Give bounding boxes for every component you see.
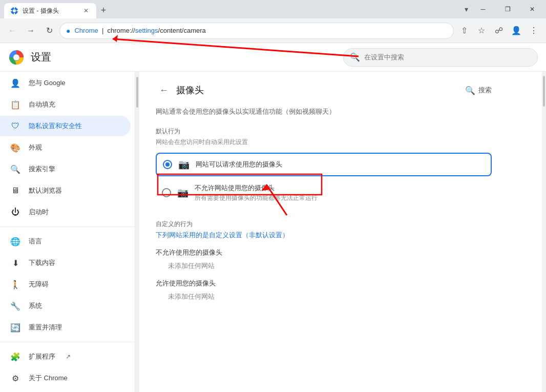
page-search[interactable]: 🔍 搜索 xyxy=(465,86,492,95)
refresh-button[interactable]: ↻ xyxy=(41,23,57,39)
deny-camera-sublabel: 所有需要使用摄像头的功能都将无法正常运行 xyxy=(195,194,486,202)
default-section-title: 默认行为 xyxy=(156,127,492,136)
tab-close-button[interactable]: ✕ xyxy=(82,7,90,15)
sidebar-item-accessibility[interactable]: 🚶 无障碍 xyxy=(0,274,131,295)
startup-icon: ⏻ xyxy=(10,207,20,217)
page-header-left: ← 摄像头 xyxy=(156,82,204,98)
deny-camera-label: 不允许网站使用您的摄像头 xyxy=(195,183,486,193)
lock-icon: ● xyxy=(66,27,70,35)
settings-title: 设置 xyxy=(31,50,51,64)
back-button: ← xyxy=(4,23,20,39)
sidebar-label-startup: 启动时 xyxy=(29,208,49,217)
sidebar-item-autofill[interactable]: 📋 自动填充 xyxy=(0,94,131,115)
sidebar-scrollbar-thumb xyxy=(136,77,138,108)
right-scrollbar[interactable] xyxy=(542,72,546,392)
search-icon: 🔍 xyxy=(10,164,20,174)
camera-icon-allow: 📷 xyxy=(178,159,190,170)
sidebar-label-about: 关于 Chrome xyxy=(29,374,68,383)
sidebar-item-extensions[interactable]: 🧩 扩展程序 ↗ xyxy=(0,346,131,367)
share-button[interactable]: ⇧ xyxy=(456,23,472,39)
page-back-button[interactable]: ← xyxy=(156,82,172,98)
allow-empty-text: 未添加任何网站 xyxy=(156,292,492,301)
deny-camera-option[interactable]: 📷 不允许网站使用您的摄像头 所有需要使用摄像头的功能都将无法正常运行 xyxy=(156,178,492,208)
sidebar-label-appearance: 外观 xyxy=(29,143,42,152)
new-tab-button[interactable]: + xyxy=(96,3,111,17)
address-suffix: /content/camera xyxy=(158,27,206,34)
camera-description: 网站通常会使用您的摄像头以实现通信功能（例如视频聊天） xyxy=(156,107,492,117)
sidebar-divider-2 xyxy=(0,342,135,342)
sidebar-item-about[interactable]: ⚙ 关于 Chrome xyxy=(0,368,131,388)
navigation-toolbar: ← → ↻ ● Chrome | chrome://settings/conte… xyxy=(0,18,546,43)
address-bar[interactable]: ● Chrome | chrome://settings/content/cam… xyxy=(59,23,454,39)
minimize-button[interactable]: ─ xyxy=(471,0,495,18)
sidebar-item-browser[interactable]: 🖥 默认浏览器 xyxy=(0,180,131,201)
sidebar-label-privacy: 隐私设置和安全性 xyxy=(29,121,82,131)
bookmark-button[interactable]: ☆ xyxy=(473,23,490,39)
person-icon: 👤 xyxy=(10,78,20,88)
menu-button[interactable]: ⋮ xyxy=(526,23,542,39)
window-controls: ─ ❐ ✕ xyxy=(471,0,546,18)
close-window-button[interactable]: ✕ xyxy=(520,0,544,18)
profile-button[interactable]: 👤 xyxy=(508,23,524,39)
settings-search-box[interactable]: 🔍 xyxy=(343,48,538,67)
shield-icon: 🛡 xyxy=(10,121,20,131)
sidebar-item-downloads[interactable]: ⬇ 下载内容 xyxy=(0,253,131,273)
extensions-icon: 🧩 xyxy=(10,352,20,362)
main-content: ← 摄像头 🔍 搜索 网站通常会使用您的摄像头以实现通信功能（例如视频聊天） 默… xyxy=(139,72,542,392)
chrome-brand: Chrome xyxy=(74,27,98,34)
allow-camera-option[interactable]: 📷 网站可以请求使用您的摄像头 xyxy=(156,153,492,176)
sidebar-item-reset[interactable]: 🔄 重置并清理 xyxy=(0,317,131,338)
custom-section-sub: 下列网站采用的是自定义设置（非默认设置） xyxy=(156,231,492,240)
default-section-sub: 网站会在您访问时自动采用此设置 xyxy=(156,138,492,147)
page-search-label: 搜索 xyxy=(478,86,492,95)
sidebar-button[interactable]: ☍ xyxy=(491,23,507,39)
chrome-logo xyxy=(8,49,25,66)
custom-section-link[interactable]: 下列网站采用的是自定义设置（非默认设置） xyxy=(156,231,289,239)
address-text: Chrome | chrome://settings/content/camer… xyxy=(74,27,447,34)
sidebar-item-privacy[interactable]: 🛡 隐私设置和安全性 xyxy=(0,116,131,136)
reset-icon: 🔄 xyxy=(10,322,20,333)
sidebar-label-language: 语言 xyxy=(29,237,42,246)
sidebar-item-startup[interactable]: ⏻ 启动时 xyxy=(0,202,131,222)
settings-header: 设置 🔍 xyxy=(0,43,546,72)
sidebar-item-system[interactable]: 🔧 系统 xyxy=(0,296,131,316)
deny-empty-text: 未添加任何网站 xyxy=(156,261,492,271)
toolbar-actions: ⇧ ☆ ☍ 👤 ⋮ xyxy=(456,23,542,39)
sidebar-item-search[interactable]: 🔍 搜索引擎 xyxy=(0,159,131,179)
about-icon: ⚙ xyxy=(10,373,20,383)
settings-search-icon: 🔍 xyxy=(350,52,360,62)
browser-window: 设置 - 摄像头 ✕ + ▾ ─ ❐ ✕ ← → ↻ ● Chrome | ch… xyxy=(0,0,546,392)
page-title: 摄像头 xyxy=(176,84,204,96)
deny-radio-button[interactable] xyxy=(162,188,171,197)
sidebar-item-language[interactable]: 🌐 语言 xyxy=(0,231,131,252)
sidebar-label-system: 系统 xyxy=(29,301,42,311)
allow-radio-button[interactable] xyxy=(163,160,172,169)
page-search-icon: 🔍 xyxy=(465,86,475,95)
forward-button[interactable]: → xyxy=(23,23,39,39)
sidebar-label-reset: 重置并清理 xyxy=(29,323,62,332)
camera-icon-deny: 📷 xyxy=(177,187,188,198)
settings-search-input[interactable] xyxy=(364,53,531,61)
sidebar-item-appearance[interactable]: 🎨 外观 xyxy=(0,137,131,158)
svg-rect-3 xyxy=(14,13,15,14)
deny-subsection-title: 不允许使用您的摄像头 xyxy=(156,248,492,257)
sidebar-scrollbar[interactable] xyxy=(135,72,139,392)
maximize-button[interactable]: ❐ xyxy=(496,0,519,18)
address-path: chrome:// xyxy=(108,27,135,34)
active-tab[interactable]: 设置 - 摄像头 ✕ xyxy=(4,3,96,18)
sidebar-label-downloads: 下载内容 xyxy=(29,258,55,267)
accessibility-icon: 🚶 xyxy=(10,279,20,290)
allow-camera-label: 网站可以请求使用您的摄像头 xyxy=(196,160,282,169)
content-inner: ← 摄像头 🔍 搜索 网站通常会使用您的摄像头以实现通信功能（例如视频聊天） 默… xyxy=(139,72,508,316)
tab-strip-expand[interactable]: ▾ xyxy=(461,0,471,18)
external-link-icon: ↗ xyxy=(66,353,71,360)
allow-subsection-title: 允许使用您的摄像头 xyxy=(156,279,492,288)
sidebar-item-google[interactable]: 👤 您与 Google xyxy=(0,73,131,93)
svg-rect-5 xyxy=(16,10,18,11)
tab-favicon xyxy=(10,7,18,15)
sidebar-wrapper: 👤 您与 Google 📋 自动填充 🛡 隐私设置和安全性 🎨 外观 🔍 xyxy=(0,72,139,392)
page-header: ← 摄像头 🔍 搜索 xyxy=(156,82,492,102)
custom-section-title: 自定义的行为 xyxy=(156,220,492,229)
sidebar-label-extensions: 扩展程序 xyxy=(29,352,55,361)
language-icon: 🌐 xyxy=(10,236,20,246)
